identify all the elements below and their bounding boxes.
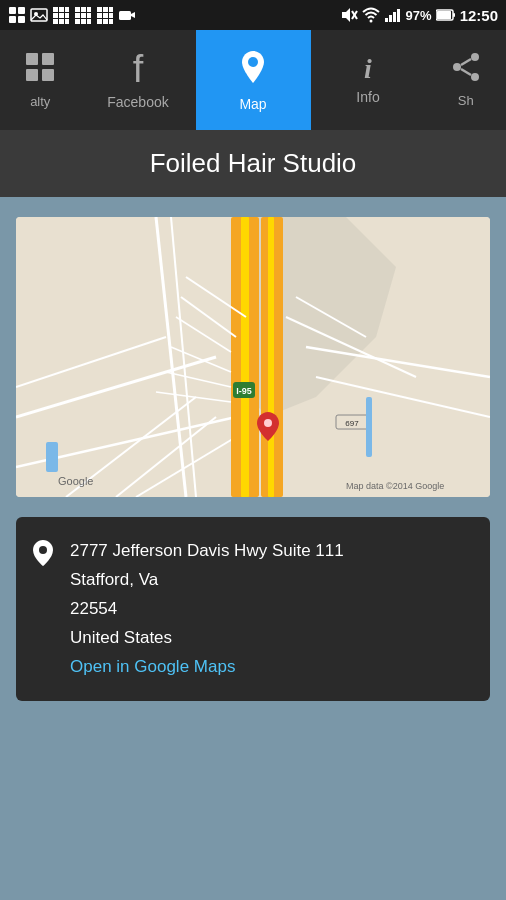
svg-rect-10	[59, 13, 64, 18]
svg-rect-1	[18, 7, 25, 14]
camera-icon	[118, 6, 136, 24]
svg-rect-18	[75, 13, 80, 18]
wifi-icon	[362, 6, 380, 24]
svg-text:I-95: I-95	[236, 386, 252, 396]
svg-rect-6	[53, 7, 58, 12]
mute-icon	[340, 6, 358, 24]
svg-rect-22	[81, 19, 86, 24]
svg-rect-0	[9, 7, 16, 14]
tab-info-label: Info	[356, 89, 379, 105]
svg-rect-9	[53, 13, 58, 18]
svg-point-38	[369, 20, 372, 23]
svg-text:Google: Google	[58, 475, 93, 487]
signal-icon	[384, 6, 402, 24]
tab-facebook-label: Facebook	[107, 94, 168, 110]
grid1-icon	[52, 6, 70, 24]
tab-map[interactable]: Map	[196, 30, 311, 130]
svg-rect-15	[75, 7, 80, 12]
svg-rect-33	[119, 11, 131, 20]
tab-facebook[interactable]: f Facebook	[81, 30, 196, 130]
svg-point-50	[248, 57, 258, 67]
address-line3: 22554	[70, 595, 344, 624]
address-text: 2777 Jefferson Davis Hwy Suite 111 Staff…	[70, 537, 344, 681]
tab-info[interactable]: i Info	[311, 30, 426, 130]
photo-icon	[30, 6, 48, 24]
svg-rect-44	[437, 11, 451, 19]
svg-rect-42	[397, 9, 400, 22]
svg-rect-27	[97, 13, 102, 18]
svg-rect-13	[59, 19, 64, 24]
address-card: 2777 Jefferson Davis Hwy Suite 111 Staff…	[16, 517, 490, 701]
status-bar: 97% 12:50	[0, 0, 506, 30]
svg-rect-46	[26, 53, 38, 65]
svg-rect-39	[385, 18, 388, 22]
address-line4: United States	[70, 624, 344, 653]
svg-rect-4	[31, 9, 47, 21]
svg-point-94	[39, 546, 47, 554]
svg-rect-48	[26, 69, 38, 81]
tab-map-label: Map	[239, 96, 266, 112]
svg-rect-40	[389, 15, 392, 22]
svg-rect-25	[103, 7, 108, 12]
svg-rect-90	[366, 397, 372, 457]
svg-rect-29	[109, 13, 113, 18]
facebook-icon: f	[133, 50, 144, 88]
svg-point-53	[471, 73, 479, 81]
svg-rect-89	[46, 442, 58, 472]
image-icon	[8, 6, 26, 24]
svg-rect-16	[81, 7, 86, 12]
main-content: 1 697 17 I-95	[0, 197, 506, 721]
open-in-google-maps-link[interactable]: Open in Google Maps	[70, 657, 235, 676]
svg-rect-19	[81, 13, 86, 18]
loyalty-icon	[24, 51, 56, 88]
info-icon: i	[364, 55, 372, 83]
svg-rect-30	[97, 19, 102, 24]
svg-point-52	[453, 63, 461, 71]
tab-loyalty[interactable]: alty	[0, 30, 81, 130]
svg-rect-67	[241, 217, 249, 497]
page-title: Foiled Hair Studio	[16, 148, 490, 179]
svg-rect-17	[87, 7, 91, 12]
grid2-icon	[74, 6, 92, 24]
svg-rect-69	[268, 217, 274, 497]
title-bar: Foiled Hair Studio	[0, 130, 506, 197]
svg-rect-28	[103, 13, 108, 18]
svg-rect-2	[9, 16, 16, 23]
svg-rect-12	[53, 19, 58, 24]
svg-rect-8	[65, 7, 69, 12]
svg-marker-35	[342, 8, 350, 22]
svg-rect-21	[75, 19, 80, 24]
map-container[interactable]: 1 697 17 I-95	[16, 217, 490, 497]
svg-rect-47	[42, 53, 54, 65]
tab-share[interactable]: Sh	[426, 30, 507, 130]
svg-rect-11	[65, 13, 69, 18]
map-svg: 1 697 17 I-95	[16, 217, 490, 497]
grid3-icon	[96, 6, 114, 24]
address-line1: 2777 Jefferson Davis Hwy Suite 111	[70, 537, 344, 566]
status-icons-left	[8, 6, 136, 24]
tab-loyalty-label: alty	[30, 94, 50, 109]
status-icons-right: 97% 12:50	[340, 6, 498, 24]
svg-rect-49	[42, 69, 54, 81]
clock: 12:50	[460, 7, 498, 24]
battery-icon	[436, 9, 456, 21]
battery-level: 97%	[406, 8, 432, 23]
svg-rect-45	[453, 13, 455, 17]
navigation-bar: alty f Facebook Map i Info Sh	[0, 30, 506, 130]
svg-marker-34	[131, 12, 135, 18]
svg-rect-41	[393, 12, 396, 22]
svg-rect-7	[59, 7, 64, 12]
svg-rect-26	[109, 7, 113, 12]
svg-rect-14	[65, 19, 69, 24]
tab-share-label: Sh	[458, 93, 474, 108]
svg-rect-23	[87, 19, 91, 24]
map-pin-icon	[235, 49, 271, 90]
svg-line-54	[461, 59, 471, 65]
svg-rect-32	[109, 19, 113, 24]
svg-rect-24	[97, 7, 102, 12]
svg-rect-20	[87, 13, 91, 18]
svg-rect-3	[18, 16, 25, 23]
svg-text:697: 697	[345, 419, 359, 428]
address-line2: Stafford, Va	[70, 566, 344, 595]
svg-text:Map data ©2014 Google: Map data ©2014 Google	[346, 481, 444, 491]
